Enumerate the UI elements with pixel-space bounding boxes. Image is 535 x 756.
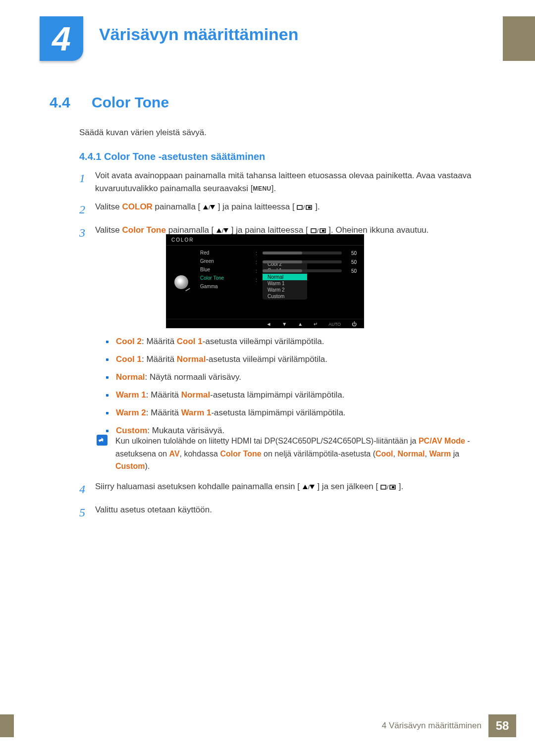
menu-label: MENU [253,185,271,192]
step-number: 1 [79,169,95,196]
header-accent-bar [503,16,535,61]
svg-marker-0 [203,205,208,209]
select-source-icon: / [311,228,326,234]
svg-marker-16 [310,485,315,489]
up-down-icon: / [216,228,229,234]
osd-item-green: Green [196,257,256,265]
osd-footer: ◄ ▼ ▲ ↵ AUTO ⏻ [166,319,364,329]
select-source-icon: / [380,484,396,490]
step-number: 4 [79,480,95,499]
option-cool1: Cool 1: Määritä Normal-asetusta viileämp… [104,354,490,364]
palette-icon [174,275,188,289]
osd-blue-value: 50 [346,268,357,274]
select-source-icon: / [297,204,313,210]
footer-accent [0,714,14,737]
svg-text:/: / [387,484,389,490]
osd-tone-dropdown: Cool 2 Cool 1 Normal Warm 1 Warm 2 Custo… [263,261,307,300]
up-icon: ▲ [298,321,303,327]
svg-marker-14 [303,485,308,489]
svg-rect-20 [392,486,394,488]
chapter-number-badge: 4 [40,16,83,61]
option-custom: Custom: Mukauta värisävyä. [104,426,490,436]
step-4-text: Siirry haluamasi asetuksen kohdalle pain… [95,480,490,499]
option-normal: Normal: Näytä normaali värisävy. [104,372,490,382]
step-1-text: Voit avata avainoppaan painamalla mitä t… [95,169,490,196]
section-intro: Säädä kuvan värien yleistä sävyä. [79,128,207,138]
svg-rect-13 [322,230,324,232]
step-number: 3 [79,224,95,242]
options-list: Cool 2: Määritä Cool 1-asetusta viileämp… [104,337,490,444]
enter-icon: ↵ [314,321,318,327]
note-text: Kun ulkoinen tulolähde on liitetty HDMI … [115,435,490,473]
down-icon: ▼ [282,321,287,327]
power-icon: ⏻ [352,321,357,327]
svg-marker-9 [223,228,228,233]
footer-chapter-label: 4 Värisävyn määrittäminen [382,721,482,731]
left-icon: ◄ [266,321,271,327]
auto-label: AUTO [328,322,341,327]
svg-rect-17 [381,485,386,489]
svg-rect-10 [311,229,316,233]
note-block: Kun ulkoinen tulolähde on liitetty HDMI … [97,435,490,473]
subsection-title: 4.4.1 Color Tone -asetusten säätäminen [79,151,265,162]
svg-text:/: / [308,484,310,490]
osd-menu: Red Green Blue Color Tone Gamma [196,246,256,319]
svg-marker-2 [210,205,215,209]
svg-rect-6 [308,206,311,208]
svg-rect-3 [297,205,302,209]
osd-item-blue: Blue [196,265,256,274]
step-2-text: Valitse COLOR painamalla [ / ] ja paina … [95,201,490,219]
svg-text:/: / [209,204,211,210]
step-number: 5 [79,504,95,522]
svg-text:/: / [317,228,319,234]
osd-item-color-tone: Color Tone [196,274,256,282]
osd-title: COLOR [166,235,364,246]
up-down-icon: / [302,484,315,490]
section-title: Color Tone [92,94,169,111]
option-warm1: Warm 1: Määritä Normal-asetusta lämpimäm… [104,390,490,400]
osd-red-value: 50 [346,251,357,256]
steps-list-lower: 4 Siirry haluamasi asetuksen kohdalle pa… [79,480,490,527]
section-number: 4.4 [50,94,70,111]
step-5-text: Valittu asetus otetaan käyttöön. [95,504,490,522]
svg-text:/: / [303,204,305,210]
up-down-icon: / [203,204,215,210]
osd-screenshot: COLOR Red Green Blue Color Tone Gamma :5… [166,234,364,328]
chapter-title: Värisävyn määrittäminen [99,25,299,44]
osd-item-red: Red [196,249,256,257]
note-icon [97,435,107,446]
step-number: 2 [79,201,95,219]
page-number: 58 [488,714,516,737]
osd-green-value: 50 [346,259,357,265]
option-cool2: Cool 2: Määritä Cool 1-asetusta viileämp… [104,337,490,347]
option-warm2: Warm 2: Määritä Warm 1-asetusta lämpimäm… [104,408,490,418]
osd-item-gamma: Gamma [196,282,256,291]
svg-marker-7 [216,228,221,233]
svg-text:/: / [222,228,224,234]
